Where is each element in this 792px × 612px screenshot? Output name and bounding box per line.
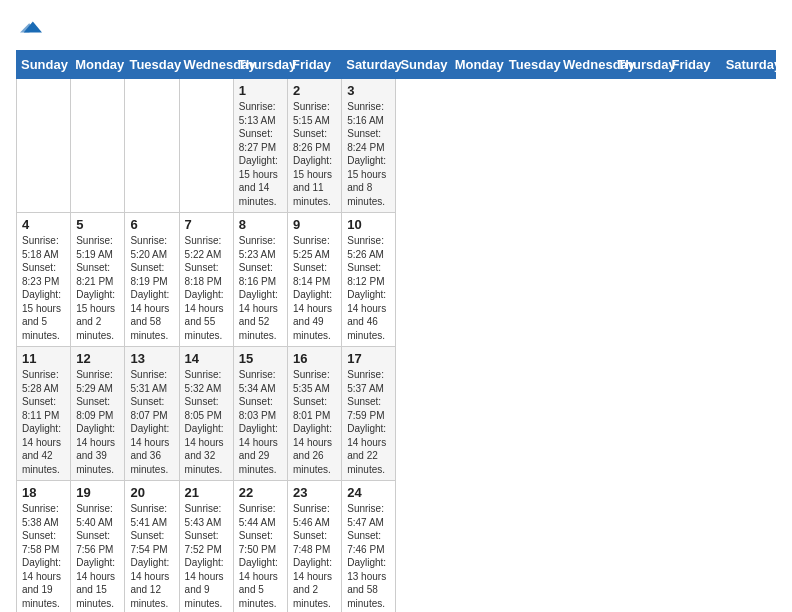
calendar-cell: [17, 79, 71, 213]
day-number: 17: [347, 351, 390, 366]
day-number: 5: [76, 217, 119, 232]
calendar-cell: 18Sunrise: 5:38 AM Sunset: 7:58 PM Dayli…: [17, 481, 71, 613]
day-number: 19: [76, 485, 119, 500]
header-row: SundayMondayTuesdayWednesdayThursdayFrid…: [17, 51, 776, 79]
day-of-week-header: Tuesday: [125, 51, 179, 79]
calendar-week-row: 4Sunrise: 5:18 AM Sunset: 8:23 PM Daylig…: [17, 213, 776, 347]
day-info: Sunrise: 5:47 AM Sunset: 7:46 PM Dayligh…: [347, 502, 390, 610]
weekday-header: Wednesday: [559, 51, 613, 79]
day-number: 20: [130, 485, 173, 500]
calendar-cell: [179, 79, 233, 213]
calendar-cell: [125, 79, 179, 213]
day-info: Sunrise: 5:46 AM Sunset: 7:48 PM Dayligh…: [293, 502, 336, 610]
calendar-cell: 17Sunrise: 5:37 AM Sunset: 7:59 PM Dayli…: [342, 347, 396, 481]
day-number: 7: [185, 217, 228, 232]
day-number: 24: [347, 485, 390, 500]
day-number: 9: [293, 217, 336, 232]
weekday-header: Thursday: [613, 51, 667, 79]
calendar-cell: 4Sunrise: 5:18 AM Sunset: 8:23 PM Daylig…: [17, 213, 71, 347]
day-number: 16: [293, 351, 336, 366]
day-info: Sunrise: 5:37 AM Sunset: 7:59 PM Dayligh…: [347, 368, 390, 476]
weekday-header: Saturday: [721, 51, 775, 79]
calendar-cell: 15Sunrise: 5:34 AM Sunset: 8:03 PM Dayli…: [233, 347, 287, 481]
day-number: 18: [22, 485, 65, 500]
day-info: Sunrise: 5:34 AM Sunset: 8:03 PM Dayligh…: [239, 368, 282, 476]
calendar-week-row: 11Sunrise: 5:28 AM Sunset: 8:11 PM Dayli…: [17, 347, 776, 481]
day-info: Sunrise: 5:32 AM Sunset: 8:05 PM Dayligh…: [185, 368, 228, 476]
day-number: 1: [239, 83, 282, 98]
day-info: Sunrise: 5:25 AM Sunset: 8:14 PM Dayligh…: [293, 234, 336, 342]
day-number: 14: [185, 351, 228, 366]
calendar-cell: 20Sunrise: 5:41 AM Sunset: 7:54 PM Dayli…: [125, 481, 179, 613]
calendar-cell: 21Sunrise: 5:43 AM Sunset: 7:52 PM Dayli…: [179, 481, 233, 613]
calendar-cell: 12Sunrise: 5:29 AM Sunset: 8:09 PM Dayli…: [71, 347, 125, 481]
day-info: Sunrise: 5:35 AM Sunset: 8:01 PM Dayligh…: [293, 368, 336, 476]
day-of-week-header: Monday: [71, 51, 125, 79]
day-of-week-header: Friday: [288, 51, 342, 79]
day-info: Sunrise: 5:22 AM Sunset: 8:18 PM Dayligh…: [185, 234, 228, 342]
calendar-cell: 11Sunrise: 5:28 AM Sunset: 8:11 PM Dayli…: [17, 347, 71, 481]
day-of-week-header: Saturday: [342, 51, 396, 79]
calendar-cell: 14Sunrise: 5:32 AM Sunset: 8:05 PM Dayli…: [179, 347, 233, 481]
calendar-table: SundayMondayTuesdayWednesdayThursdayFrid…: [16, 50, 776, 612]
day-info: Sunrise: 5:31 AM Sunset: 8:07 PM Dayligh…: [130, 368, 173, 476]
calendar-cell: 6Sunrise: 5:20 AM Sunset: 8:19 PM Daylig…: [125, 213, 179, 347]
calendar-cell: 7Sunrise: 5:22 AM Sunset: 8:18 PM Daylig…: [179, 213, 233, 347]
calendar-cell: 3Sunrise: 5:16 AM Sunset: 8:24 PM Daylig…: [342, 79, 396, 213]
weekday-header: Sunday: [396, 51, 450, 79]
day-of-week-header: Wednesday: [179, 51, 233, 79]
calendar-cell: 9Sunrise: 5:25 AM Sunset: 8:14 PM Daylig…: [288, 213, 342, 347]
weekday-header: Monday: [450, 51, 504, 79]
calendar-cell: 23Sunrise: 5:46 AM Sunset: 7:48 PM Dayli…: [288, 481, 342, 613]
day-info: Sunrise: 5:19 AM Sunset: 8:21 PM Dayligh…: [76, 234, 119, 342]
calendar-cell: 5Sunrise: 5:19 AM Sunset: 8:21 PM Daylig…: [71, 213, 125, 347]
weekday-header: Tuesday: [504, 51, 558, 79]
day-of-week-header: Thursday: [233, 51, 287, 79]
day-info: Sunrise: 5:13 AM Sunset: 8:27 PM Dayligh…: [239, 100, 282, 208]
calendar-week-row: 1Sunrise: 5:13 AM Sunset: 8:27 PM Daylig…: [17, 79, 776, 213]
day-number: 11: [22, 351, 65, 366]
day-info: Sunrise: 5:38 AM Sunset: 7:58 PM Dayligh…: [22, 502, 65, 610]
day-info: Sunrise: 5:29 AM Sunset: 8:09 PM Dayligh…: [76, 368, 119, 476]
day-info: Sunrise: 5:23 AM Sunset: 8:16 PM Dayligh…: [239, 234, 282, 342]
day-number: 10: [347, 217, 390, 232]
day-info: Sunrise: 5:18 AM Sunset: 8:23 PM Dayligh…: [22, 234, 65, 342]
day-number: 22: [239, 485, 282, 500]
logo: [16, 16, 42, 38]
logo-icon: [20, 16, 42, 38]
day-info: Sunrise: 5:16 AM Sunset: 8:24 PM Dayligh…: [347, 100, 390, 208]
weekday-header: Friday: [667, 51, 721, 79]
day-number: 3: [347, 83, 390, 98]
calendar-cell: [71, 79, 125, 213]
day-info: Sunrise: 5:41 AM Sunset: 7:54 PM Dayligh…: [130, 502, 173, 610]
day-info: Sunrise: 5:44 AM Sunset: 7:50 PM Dayligh…: [239, 502, 282, 610]
calendar-cell: 19Sunrise: 5:40 AM Sunset: 7:56 PM Dayli…: [71, 481, 125, 613]
calendar-week-row: 18Sunrise: 5:38 AM Sunset: 7:58 PM Dayli…: [17, 481, 776, 613]
page-header: [16, 16, 776, 38]
day-number: 2: [293, 83, 336, 98]
calendar-cell: 10Sunrise: 5:26 AM Sunset: 8:12 PM Dayli…: [342, 213, 396, 347]
day-of-week-header: Sunday: [17, 51, 71, 79]
calendar-cell: 8Sunrise: 5:23 AM Sunset: 8:16 PM Daylig…: [233, 213, 287, 347]
day-number: 15: [239, 351, 282, 366]
day-number: 13: [130, 351, 173, 366]
calendar-cell: 2Sunrise: 5:15 AM Sunset: 8:26 PM Daylig…: [288, 79, 342, 213]
day-number: 4: [22, 217, 65, 232]
calendar-cell: 16Sunrise: 5:35 AM Sunset: 8:01 PM Dayli…: [288, 347, 342, 481]
calendar-cell: 22Sunrise: 5:44 AM Sunset: 7:50 PM Dayli…: [233, 481, 287, 613]
day-info: Sunrise: 5:28 AM Sunset: 8:11 PM Dayligh…: [22, 368, 65, 476]
day-info: Sunrise: 5:20 AM Sunset: 8:19 PM Dayligh…: [130, 234, 173, 342]
day-info: Sunrise: 5:43 AM Sunset: 7:52 PM Dayligh…: [185, 502, 228, 610]
day-number: 6: [130, 217, 173, 232]
logo-text: [16, 16, 42, 38]
day-info: Sunrise: 5:26 AM Sunset: 8:12 PM Dayligh…: [347, 234, 390, 342]
day-number: 21: [185, 485, 228, 500]
calendar-cell: 24Sunrise: 5:47 AM Sunset: 7:46 PM Dayli…: [342, 481, 396, 613]
day-info: Sunrise: 5:40 AM Sunset: 7:56 PM Dayligh…: [76, 502, 119, 610]
day-info: Sunrise: 5:15 AM Sunset: 8:26 PM Dayligh…: [293, 100, 336, 208]
calendar-cell: 1Sunrise: 5:13 AM Sunset: 8:27 PM Daylig…: [233, 79, 287, 213]
day-number: 8: [239, 217, 282, 232]
day-number: 12: [76, 351, 119, 366]
day-number: 23: [293, 485, 336, 500]
calendar-cell: 13Sunrise: 5:31 AM Sunset: 8:07 PM Dayli…: [125, 347, 179, 481]
